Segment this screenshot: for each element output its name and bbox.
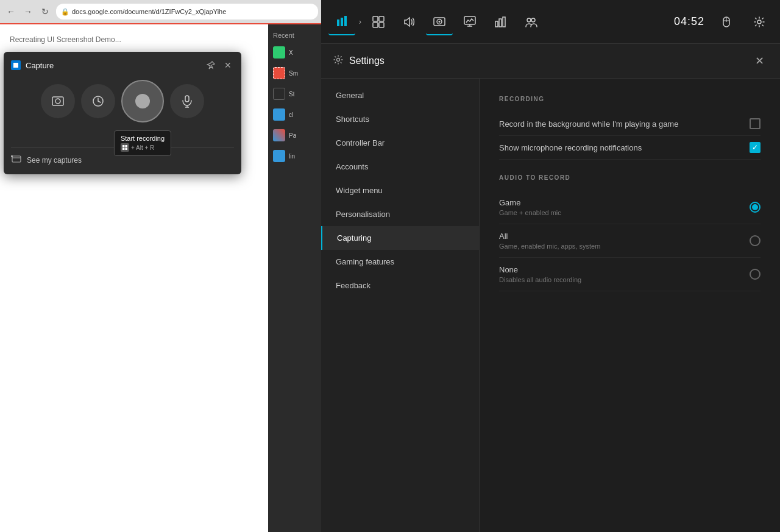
mic-notifications-label: Show microphone recording notifications	[499, 143, 642, 152]
settings-gear-icon	[333, 55, 343, 67]
chevron-right-icon[interactable]: ›	[359, 18, 361, 26]
audio-none-option: None Disables all audio recording	[499, 258, 760, 291]
capture-last-button[interactable]	[81, 84, 115, 118]
svg-rect-32	[499, 19, 502, 27]
microphone-button[interactable]	[170, 84, 204, 118]
list-item[interactable]: lin	[273, 150, 318, 162]
audio-all-row: All Game, enabled mic, apps, system	[499, 232, 760, 250]
svg-rect-12	[185, 96, 189, 102]
url-text: docs.google.com/document/d/1ZIFwCy2_xQja…	[72, 8, 226, 15]
svg-rect-17	[11, 155, 13, 157]
reload-button[interactable]: ↻	[39, 5, 51, 18]
sidebar-item-general[interactable]: General	[321, 83, 479, 107]
audio-game-label: Game	[499, 198, 561, 207]
recent-item-icon	[273, 129, 285, 141]
social-icon-button[interactable]	[517, 9, 544, 35]
forward-button[interactable]: →	[22, 5, 34, 18]
svg-rect-22	[379, 16, 384, 21]
record-inner-dot	[135, 94, 150, 108]
svg-rect-4	[52, 97, 63, 105]
svg-point-27	[439, 21, 441, 23]
audio-game-option: Game Game + enabled mic	[499, 191, 760, 224]
settings-header-left: Settings	[333, 55, 385, 67]
list-item[interactable]: Sm	[273, 67, 318, 79]
mouse-icon-button[interactable]	[713, 9, 740, 35]
screenshot-button[interactable]	[41, 84, 75, 118]
audio-none-radio[interactable]	[750, 269, 760, 280]
audio-all-radio[interactable]	[750, 235, 760, 246]
sidebar-item-controller-bar[interactable]: Controller Bar	[321, 131, 479, 155]
sidebar-item-feedback[interactable]: Feedback	[321, 274, 479, 297]
browser-top-bar: ← → ↻ 🔒 docs.google.com/document/d/1ZIFw…	[0, 0, 323, 24]
audio-game-radio[interactable]	[750, 202, 760, 213]
gamebar-overlay: ›	[321, 0, 780, 532]
stats-icon-button[interactable]	[328, 9, 355, 35]
recent-item-text: lin	[289, 153, 295, 160]
settings-panel: Settings ✕ General Shortcuts Controller …	[321, 44, 780, 532]
svg-rect-0	[13, 63, 16, 65]
svg-rect-20	[344, 16, 347, 26]
capture-app-icon	[11, 60, 21, 70]
audio-game-sublabel: Game + enabled mic	[499, 209, 561, 216]
audio-game-row: Game Game + enabled mic	[499, 198, 760, 216]
audio-game-text: Game Game + enabled mic	[499, 198, 561, 216]
widget-icon-button[interactable]	[365, 9, 392, 35]
recent-item-icon	[273, 150, 285, 162]
settings-title: Settings	[349, 55, 385, 66]
sidebar-item-widget-menu[interactable]: Widget menu	[321, 179, 479, 202]
see-captures-row[interactable]: See my captures	[11, 147, 234, 167]
capture-header-actions: ✕	[205, 59, 234, 71]
list-item[interactable]: St	[273, 88, 318, 100]
mic-notifications-setting: Show microphone recording notifications …	[499, 136, 760, 160]
svg-point-34	[527, 18, 531, 22]
background-record-checkbox[interactable]	[750, 118, 760, 129]
sidebar-item-gaming-features[interactable]: Gaming features	[321, 250, 479, 274]
audio-all-label: All	[499, 232, 600, 241]
capture-icon-button[interactable]	[426, 9, 453, 35]
audio-none-row: None Disables all audio recording	[499, 265, 760, 283]
settings-close-button[interactable]: ✕	[751, 52, 768, 69]
recent-item-text: Sm	[289, 70, 298, 77]
list-item[interactable]: cl	[273, 108, 318, 121]
back-button[interactable]: ←	[5, 5, 17, 18]
list-item[interactable]: X	[273, 46, 318, 59]
sidebar-item-accounts[interactable]: Accounts	[321, 155, 479, 179]
svg-rect-15	[12, 156, 21, 162]
svg-rect-2	[13, 65, 16, 68]
settings-icon-button[interactable]	[746, 9, 773, 35]
svg-point-5	[55, 99, 60, 104]
recent-item-text: Pa	[289, 132, 296, 139]
close-button[interactable]: ✕	[222, 59, 234, 71]
mic-notifications-checkbox[interactable]: ✓	[750, 142, 760, 153]
svg-point-40	[337, 59, 340, 62]
sidebar-item-shortcuts[interactable]: Shortcuts	[321, 107, 479, 131]
captures-icon	[11, 154, 22, 167]
audio-none-label: None	[499, 265, 581, 274]
capture-header: Capture ✕	[11, 59, 234, 71]
svg-rect-23	[373, 23, 378, 27]
recent-panel: Recent X Sm St cl Pa lin	[268, 24, 323, 532]
sidebar-item-personalisation[interactable]: Personalisation	[321, 202, 479, 226]
address-bar[interactable]: 🔒 docs.google.com/document/d/1ZIFwCy2_xQ…	[56, 4, 318, 20]
list-item[interactable]: Pa	[273, 129, 318, 141]
capture-popup: Capture ✕	[4, 52, 241, 174]
pin-button[interactable]	[205, 59, 217, 71]
settings-content: RECORDING Record in the background while…	[480, 79, 780, 532]
svg-rect-21	[373, 16, 378, 21]
sidebar-item-capturing[interactable]: Capturing	[321, 226, 479, 250]
audio-all-text: All Game, enabled mic, apps, system	[499, 232, 600, 250]
svg-point-39	[757, 20, 761, 24]
audio-all-option: All Game, enabled mic, apps, system	[499, 224, 760, 258]
browser-page-text: Recreating UI Screenshot Demo...	[10, 35, 121, 44]
audio-none-text: None Disables all audio recording	[499, 265, 581, 283]
settings-body: General Shortcuts Controller Bar Account…	[321, 79, 780, 532]
svg-point-35	[531, 18, 535, 22]
settings-header: Settings ✕	[321, 44, 780, 79]
settings-nav: General Shortcuts Controller Bar Account…	[321, 79, 480, 532]
svg-rect-24	[379, 23, 384, 27]
record-button[interactable]	[121, 80, 164, 122]
performance-icon-button[interactable]	[456, 9, 483, 35]
volume-icon-button[interactable]	[395, 9, 422, 35]
resources-icon-button[interactable]	[487, 9, 514, 35]
recent-item-text: St	[289, 91, 294, 98]
